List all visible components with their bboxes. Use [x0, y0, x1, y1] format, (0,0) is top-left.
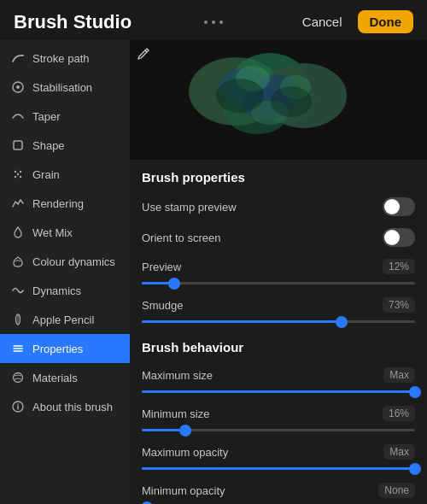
svg-point-5: [17, 173, 19, 175]
svg-point-16: [17, 403, 19, 405]
max-size-label: Maximum size: [142, 369, 213, 382]
smudge-slider-row[interactable]: [130, 319, 427, 330]
dot-1: [204, 21, 208, 24]
app-title: Brush Studio: [14, 11, 132, 33]
max-opacity-label: Maximum opacity: [142, 446, 228, 459]
max-size-slider-track[interactable]: [142, 390, 415, 393]
max-size-row: Maximum size Max: [130, 361, 427, 389]
min-size-slider-track[interactable]: [142, 429, 415, 431]
rendering-icon: [10, 196, 26, 211]
smudge-slider-thumb[interactable]: [336, 316, 348, 328]
max-opacity-slider-track[interactable]: [142, 467, 415, 470]
brush-properties-title: Brush properties: [130, 160, 427, 191]
sidebar-label-about: About this brush: [32, 401, 113, 413]
svg-point-3: [15, 171, 16, 173]
main-layout: Stroke path Stabilisation Taper: [0, 40, 427, 504]
dot-2: [212, 21, 215, 24]
orient-to-screen-label: Orient to screen: [142, 231, 221, 244]
header-actions: Cancel Done: [295, 10, 413, 33]
use-stamp-preview-toggle[interactable]: [383, 197, 415, 216]
orient-to-screen-toggle[interactable]: [383, 228, 415, 247]
taper-icon: [10, 108, 26, 124]
sidebar-item-apple-pencil[interactable]: Apple Pencil: [0, 305, 130, 334]
sidebar-item-properties[interactable]: Properties: [0, 334, 130, 363]
sidebar-label-stabilisation: Stabilisation: [32, 81, 92, 94]
sidebar-item-shape[interactable]: Shape: [0, 131, 130, 160]
max-opacity-row: Maximum opacity Max: [130, 438, 427, 466]
sidebar-item-grain[interactable]: Grain: [0, 160, 130, 189]
svg-point-13: [14, 373, 23, 383]
stabilise-icon: [10, 79, 26, 95]
svg-point-31: [271, 86, 312, 117]
use-stamp-preview-label: Use stamp preview: [142, 201, 237, 214]
materials-icon: [10, 370, 26, 385]
sidebar-item-taper[interactable]: Taper: [0, 102, 130, 131]
max-opacity-slider-row[interactable]: [130, 466, 427, 477]
sidebar-label-stroke-path: Stroke path: [32, 52, 90, 65]
sidebar-item-rendering[interactable]: Rendering: [0, 189, 130, 218]
svg-rect-2: [14, 141, 22, 149]
shape-icon: [10, 138, 26, 153]
smudge-slider-track[interactable]: [142, 320, 415, 323]
max-size-slider-fill: [142, 390, 415, 393]
sidebar-label-taper: Taper: [32, 110, 61, 123]
min-size-value: 16%: [383, 406, 415, 421]
done-button[interactable]: Done: [358, 10, 414, 33]
drop-icon: [10, 225, 26, 240]
pencil-icon: [10, 312, 26, 327]
orient-to-screen-row: Orient to screen: [130, 222, 427, 253]
sidebar-label-rendering: Rendering: [32, 197, 84, 210]
sidebar-item-dynamics[interactable]: Dynamics: [0, 276, 130, 305]
max-size-value: Max: [383, 367, 415, 383]
preview-slider-track[interactable]: [142, 282, 415, 284]
sidebar-label-colour-dynamics: Colour dynamics: [32, 255, 115, 268]
dot-3: [219, 21, 223, 24]
colour-icon: [10, 254, 26, 269]
stroke-icon: [10, 50, 26, 66]
max-opacity-value: Max: [383, 444, 415, 460]
max-size-slider-thumb[interactable]: [409, 386, 421, 398]
svg-point-30: [216, 79, 264, 113]
header-dots: [204, 21, 223, 24]
content-area: Brush properties Use stamp preview Orien…: [130, 40, 427, 504]
sidebar-label-wet-mix: Wet Mix: [32, 226, 73, 239]
min-size-slider-row[interactable]: [130, 427, 427, 438]
use-stamp-preview-row: Use stamp preview: [130, 191, 427, 222]
preview-label: Preview: [142, 261, 181, 273]
min-size-slider-thumb[interactable]: [179, 425, 191, 437]
preview-value: 12%: [383, 259, 415, 274]
cancel-button[interactable]: Cancel: [295, 11, 349, 32]
edit-icon[interactable]: [137, 45, 152, 64]
svg-point-1: [16, 85, 20, 89]
sidebar-item-stabilisation[interactable]: Stabilisation: [0, 73, 130, 102]
dynamics-icon: [10, 283, 26, 298]
list-icon: [10, 341, 26, 356]
grain-icon: [10, 167, 26, 182]
sidebar-label-grain: Grain: [32, 168, 60, 181]
min-opacity-label: Minimum opacity: [142, 484, 225, 497]
preview-slider-thumb[interactable]: [168, 278, 180, 290]
smudge-value: 73%: [383, 297, 415, 313]
min-opacity-row: Minimum opacity None: [130, 477, 427, 504]
header: Brush Studio Cancel Done: [0, 0, 427, 40]
sidebar-label-apple-pencil: Apple Pencil: [32, 314, 94, 326]
sidebar-label-properties: Properties: [32, 343, 83, 355]
sidebar-item-materials[interactable]: Materials: [0, 363, 130, 392]
max-size-slider-row[interactable]: [130, 389, 427, 400]
max-opacity-slider-fill: [142, 467, 415, 470]
sidebar-item-about[interactable]: About this brush: [0, 392, 130, 421]
min-opacity-value: None: [378, 483, 415, 498]
sidebar-item-stroke-path[interactable]: Stroke path: [0, 44, 130, 73]
max-opacity-slider-thumb[interactable]: [409, 463, 421, 475]
sidebar-item-wet-mix[interactable]: Wet Mix: [0, 218, 130, 247]
sidebar-item-colour-dynamics[interactable]: Colour dynamics: [0, 247, 130, 276]
brush-preview: [130, 40, 427, 160]
sidebar-label-dynamics: Dynamics: [32, 284, 81, 297]
sidebar-label-shape: Shape: [32, 139, 65, 152]
info-icon: [10, 399, 26, 414]
preview-row: Preview 12%: [130, 253, 427, 280]
sidebar: Stroke path Stabilisation Taper: [0, 40, 130, 504]
preview-slider-row[interactable]: [130, 280, 427, 291]
min-size-row: Minimum size 16%: [130, 400, 427, 427]
smudge-label: Smudge: [142, 299, 183, 312]
